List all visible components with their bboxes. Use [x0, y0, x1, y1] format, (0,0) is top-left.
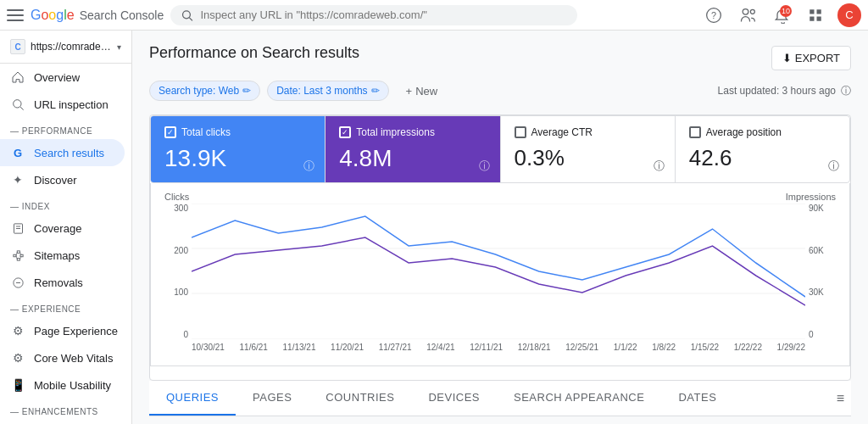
google-logo: Google Search Console: [31, 8, 164, 23]
sidebar-item-breadcrumbs[interactable]: 📄 Breadcrumbs: [0, 420, 131, 424]
coverage-icon: [10, 220, 25, 236]
x-label: 12/25/21: [565, 343, 598, 352]
clicks-label: Total clicks: [181, 126, 231, 138]
main-content: Performance on Search results ⬇ EXPORT S…: [132, 31, 868, 424]
user-avatar[interactable]: C: [837, 3, 861, 27]
notifications-button[interactable]: 10: [770, 3, 793, 27]
svg-rect-8: [810, 16, 814, 20]
metric-total-impressions[interactable]: Total impressions 4.8M ⓘ: [326, 116, 500, 182]
clicks-info-icon[interactable]: ⓘ: [303, 159, 314, 174]
sidebar-item-label: Removals: [34, 276, 83, 289]
url-search-input[interactable]: [200, 8, 567, 21]
sidebar-item-sitemaps[interactable]: Sitemaps: [0, 242, 131, 269]
export-button[interactable]: ⬇ EXPORT: [771, 46, 851, 70]
app-layout: C https://comradeweb... ▾ Overview URL i…: [0, 31, 868, 424]
x-label: 1/22/22: [734, 343, 762, 352]
topbar: Google Search Console ? 10 C: [0, 0, 868, 31]
date-filter[interactable]: Date: Last 3 months ✏: [267, 81, 388, 101]
svg-rect-7: [817, 9, 821, 14]
discover-icon: ✦: [10, 172, 25, 187]
filter-toolbar: Search type: Web ✏ Date: Last 3 months ✏…: [149, 81, 851, 101]
tab-countries[interactable]: COUNTRIES: [309, 381, 411, 416]
apps-grid-button[interactable]: [804, 3, 827, 27]
sidebar: C https://comradeweb... ▾ Overview URL i…: [0, 31, 132, 424]
svg-line-11: [20, 107, 24, 110]
sidebar-item-label: Search results: [34, 147, 104, 159]
svg-rect-17: [17, 258, 19, 260]
ctr-value: 0.3%: [515, 145, 661, 171]
people-icon[interactable]: [736, 3, 760, 27]
sidebar-item-coverage[interactable]: Coverage: [0, 215, 131, 242]
table-filter-icon[interactable]: ≡: [837, 391, 844, 406]
data-tabs: QUERIES PAGES COUNTRIES DEVICES SEARCH A…: [149, 381, 851, 416]
chart-svg: [192, 204, 805, 339]
edit-icon: ✏: [242, 85, 251, 97]
sidebar-item-url-inspection[interactable]: URL inspection: [0, 91, 131, 118]
sidebar-item-mobile-usability[interactable]: 📱 Mobile Usability: [0, 371, 131, 399]
y-left-zero: 0: [183, 330, 188, 339]
x-label: 12/4/21: [426, 343, 454, 352]
svg-text:?: ?: [711, 10, 716, 20]
sidebar-item-label: Discover: [34, 174, 77, 187]
hamburger-menu[interactable]: [7, 7, 24, 24]
filter-label: Search type: Web: [159, 85, 239, 97]
y-right-max: 90K: [809, 204, 824, 213]
core-web-vitals-icon: ⚙: [10, 350, 25, 365]
ctr-info-icon[interactable]: ⓘ: [654, 159, 665, 174]
sidebar-item-removals[interactable]: Removals: [0, 269, 131, 296]
position-info-icon[interactable]: ⓘ: [828, 159, 839, 174]
url-search-bar[interactable]: [170, 5, 577, 25]
metrics-row: Total clicks 13.9K ⓘ Total impressions 4…: [150, 115, 850, 183]
metric-avg-position[interactable]: Average position 42.6 ⓘ: [676, 116, 849, 182]
tab-pages[interactable]: PAGES: [236, 381, 309, 416]
site-selector[interactable]: C https://comradeweb... ▾: [0, 31, 131, 64]
svg-line-1: [190, 17, 192, 20]
edit-icon: ✏: [371, 85, 380, 97]
tab-dates[interactable]: DATES: [661, 381, 733, 416]
dropdown-arrow-icon: ▾: [117, 42, 121, 52]
section-label-index: — Index: [0, 193, 131, 215]
svg-rect-9: [817, 16, 821, 20]
sidebar-item-page-experience[interactable]: ⚙ Page Experience: [0, 317, 131, 344]
tab-search-appearance[interactable]: SEARCH APPEARANCE: [497, 381, 661, 416]
section-label-performance: — Performance: [0, 118, 131, 139]
google-wordmark: Google: [31, 8, 75, 23]
metric-avg-ctr[interactable]: Average CTR 0.3% ⓘ: [501, 116, 676, 182]
sidebar-item-overview[interactable]: Overview: [0, 64, 131, 91]
svg-point-5: [750, 9, 754, 14]
svg-rect-18: [20, 254, 23, 257]
section-label-enhancements: — Enhancements: [0, 399, 131, 420]
sidebar-item-label: Core Web Vitals: [34, 352, 113, 365]
y-right-low: 30K: [809, 287, 824, 297]
position-value: 42.6: [689, 145, 836, 171]
info-icon: ⓘ: [841, 84, 851, 98]
help-button[interactable]: ?: [702, 3, 726, 27]
sidebar-item-core-web-vitals[interactable]: ⚙ Core Web Vitals: [0, 344, 131, 371]
position-checkbox: [689, 126, 701, 138]
search-icon: [10, 97, 25, 112]
impressions-info-icon[interactable]: ⓘ: [479, 159, 490, 174]
tab-devices[interactable]: DEVICES: [411, 381, 497, 416]
performance-chart: Clicks Impressions 300 200 100 0: [150, 183, 850, 366]
app-title: Search Console: [80, 8, 164, 22]
tab-queries[interactable]: QUERIES: [149, 381, 236, 416]
impressions-checkbox: [339, 126, 351, 138]
sidebar-item-search-results[interactable]: G Search results: [0, 139, 125, 166]
search-type-filter[interactable]: Search type: Web ✏: [149, 81, 260, 101]
page-experience-icon: ⚙: [10, 323, 25, 338]
y-axis-left-label: Clicks: [164, 192, 189, 202]
sidebar-item-discover[interactable]: ✦ Discover: [0, 166, 131, 193]
section-label-experience: — Experience: [0, 296, 131, 317]
svg-rect-16: [17, 250, 19, 253]
x-label: 12/11/21: [470, 343, 503, 352]
svg-point-10: [14, 100, 21, 108]
x-label: 10/30/21: [192, 343, 225, 352]
x-label: 11/27/21: [379, 343, 412, 352]
add-filter-button[interactable]: + New: [396, 81, 448, 101]
x-label: 11/20/21: [331, 343, 364, 352]
site-favicon: C: [10, 39, 25, 54]
home-icon: [10, 70, 25, 85]
metric-total-clicks[interactable]: Total clicks 13.9K ⓘ: [151, 116, 326, 182]
x-label: 1/1/22: [614, 343, 637, 352]
notification-badge: 10: [780, 5, 792, 17]
